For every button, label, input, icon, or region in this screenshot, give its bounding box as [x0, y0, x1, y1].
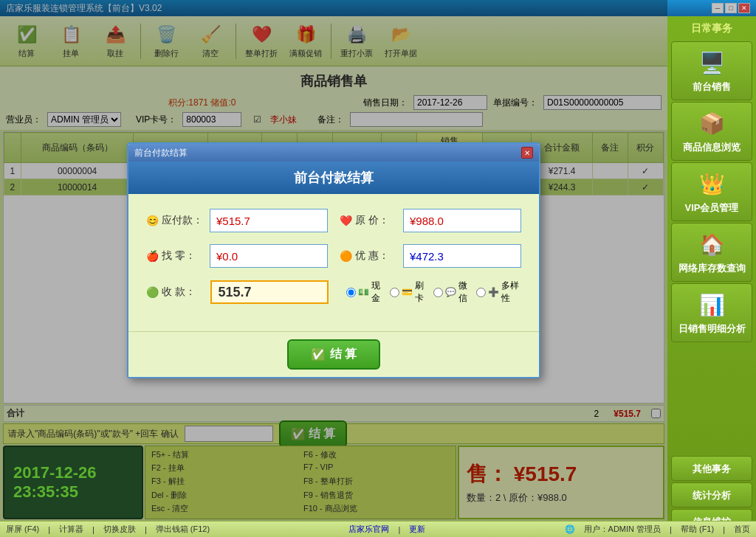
- right-btn-qita[interactable]: 其他事务: [671, 456, 752, 481]
- modal-overlay: 前台付款结算 ✕ 前台付款结算 😊 应付款： ❤️ 原 价：: [0, 0, 667, 521]
- maximize-btn[interactable]: □: [725, 3, 737, 13]
- right-btn-fenxi[interactable]: 📊 日销售明细分析: [671, 283, 752, 342]
- right-btn-tongji[interactable]: 统计分析: [671, 482, 752, 507]
- radio-wechat[interactable]: 💬 微信: [433, 280, 471, 305]
- modal-zhaoling-input[interactable]: [210, 244, 328, 268]
- status-help[interactable]: 帮助 (F1): [681, 524, 714, 535]
- modal-settle-label: 结 算: [330, 347, 357, 362]
- right-btn-qiantai[interactable]: 🖥️ 前台销售: [671, 41, 752, 100]
- status-bar: 屏屏 (F4) | 计算器 | 切换皮肤 | 弹出钱箱 (F12) 店家乐官网 …: [0, 521, 756, 537]
- cash-icon: 💵: [358, 287, 369, 297]
- radio-multi[interactable]: ➕ 多样性: [476, 280, 521, 305]
- status-website[interactable]: 店家乐官网: [348, 524, 389, 535]
- right-btn-kucun[interactable]: 🏠 网络库存数查询: [671, 223, 752, 282]
- vip-label: VIP会员管理: [685, 201, 739, 215]
- minimize-btn[interactable]: ─: [712, 3, 724, 13]
- multi-icon: ➕: [488, 287, 499, 297]
- network-icon: 🌐: [565, 524, 575, 534]
- payment-modal: 前台付款结算 ✕ 前台付款结算 😊 应付款： ❤️ 原 价：: [127, 142, 540, 378]
- vip-icon: 👑: [697, 169, 726, 198]
- status-calc[interactable]: 计算器: [59, 524, 83, 535]
- modal-title-text: 前台付款结算: [134, 147, 188, 159]
- modal-shoukuan-label: 🟢 收 款：: [146, 285, 205, 299]
- right-btn-vip[interactable]: 👑 VIP会员管理: [671, 162, 752, 221]
- modal-row-1: 😊 应付款： ❤️ 原 价：: [146, 209, 521, 232]
- radio-card[interactable]: 💳 刷卡: [390, 280, 427, 305]
- yuanjia-emoji: ❤️: [340, 215, 352, 226]
- card-icon: 💳: [402, 287, 413, 297]
- status-user: 用户：ADMIN 管理员: [584, 524, 662, 535]
- modal-header: 前台付款结算: [128, 162, 539, 194]
- modal-settle-btn[interactable]: ✅ 结 算: [287, 339, 380, 370]
- kucun-icon: 🏠: [697, 229, 726, 259]
- modal-row-2: 🍎 找 零： 🟠 优 惠：: [146, 244, 521, 268]
- modal-title-bar: 前台付款结算 ✕: [128, 144, 539, 162]
- youhui-emoji: 🟠: [340, 250, 352, 262]
- fenxi-label: 日销售明细分析: [678, 322, 746, 336]
- close-btn[interactable]: ✕: [738, 3, 750, 13]
- modal-yuanjia-input[interactable]: [403, 209, 521, 232]
- status-skin[interactable]: 切换皮肤: [103, 524, 136, 535]
- shoukuan-emoji: 🟢: [146, 286, 159, 298]
- right-btn-shangpin[interactable]: 📦 商品信息浏览: [671, 102, 752, 161]
- modal-youhui-input[interactable]: [403, 244, 521, 268]
- radio-cash[interactable]: 💵 现金: [346, 280, 384, 305]
- qiantai-icon: 🖥️: [697, 48, 726, 77]
- fenxi-icon: 📊: [697, 290, 726, 319]
- status-drawer[interactable]: 弹出钱箱 (F12): [156, 524, 210, 535]
- modal-close-btn[interactable]: ✕: [521, 147, 533, 159]
- status-screen[interactable]: 屏屏 (F4): [6, 524, 39, 535]
- shangpin-label: 商品信息浏览: [683, 141, 740, 154]
- modal-shoukuan-input[interactable]: [210, 280, 329, 304]
- window-controls[interactable]: ─ □ ✕: [712, 3, 750, 13]
- payment-options: 💵 现金 💳 刷卡 💬 微信 ➕: [346, 280, 521, 305]
- modal-row-3: 🟢 收 款： 💵 现金 💳 刷卡: [146, 280, 521, 305]
- zhaoling-emoji: 🍎: [146, 250, 159, 262]
- shangpin-icon: 📦: [697, 108, 726, 138]
- modal-yuanjia-label: ❤️ 原 价：: [340, 214, 397, 227]
- modal-youhui-label: 🟠 优 惠：: [340, 249, 397, 263]
- qiantai-label: 前台销售: [693, 80, 731, 94]
- modal-zhaoling-label: 🍎 找 零：: [146, 249, 204, 263]
- status-home[interactable]: 首页: [734, 524, 750, 535]
- modal-header-title: 前台付款结算: [294, 170, 374, 185]
- modal-footer: ✅ 结 算: [128, 331, 539, 377]
- modal-yingfukuan-input[interactable]: [210, 209, 328, 232]
- modal-body: 😊 应付款： ❤️ 原 价： 🍎 找 零：: [128, 194, 539, 331]
- modal-check-icon: ✅: [311, 347, 326, 361]
- yingfu-emoji: 😊: [146, 215, 159, 226]
- kucun-label: 网络库存数查询: [678, 262, 746, 275]
- wechat-icon: 💬: [445, 287, 456, 297]
- modal-yingfukuan-label: 😊 应付款：: [146, 214, 204, 227]
- status-update[interactable]: 更新: [409, 524, 425, 535]
- right-panel-title: 日常事务: [691, 19, 732, 40]
- right-panel: 日常事务 🖥️ 前台销售 📦 商品信息浏览 👑 VIP会员管理 🏠 网络库存数查…: [667, 16, 756, 537]
